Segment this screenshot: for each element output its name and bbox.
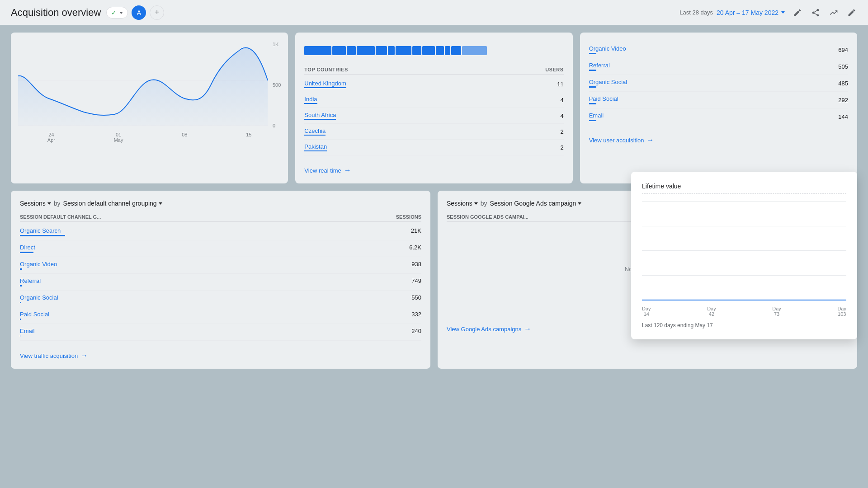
- sessions-row-info: Organic Search: [20, 227, 65, 236]
- channel-dot: [589, 103, 596, 104]
- share-icon[interactable]: [810, 7, 821, 18]
- channel-name[interactable]: Paid Social: [589, 95, 618, 102]
- channel-dot: [589, 120, 596, 121]
- country-value: 2: [560, 128, 563, 135]
- bar-segment: [347, 46, 356, 55]
- line-chart-svg: [18, 40, 281, 130]
- sessions-row-name[interactable]: Email: [20, 328, 35, 334]
- page-title: Acquisition overview: [11, 7, 101, 19]
- bar-segment: [396, 46, 411, 55]
- sessions-row-dot: [20, 285, 22, 286]
- channel-row: Organic Social 485: [589, 75, 848, 92]
- sessions-row-value: 938: [411, 261, 421, 270]
- sessions-row-name[interactable]: Organic Search: [20, 227, 65, 234]
- channel-row: Paid Social 292: [589, 92, 848, 108]
- bar-segment: [412, 46, 421, 55]
- header: Acquisition overview ✓ A + Last 28 days …: [0, 0, 868, 25]
- avatar[interactable]: A: [132, 5, 146, 20]
- ads-grouping-dropdown[interactable]: Session Google Ads campaign: [490, 200, 582, 207]
- sessions-row-name[interactable]: Referral: [20, 277, 41, 284]
- sessions-row-name[interactable]: Organic Video: [20, 261, 57, 267]
- chart-x-labels: 24 Apr 01 May 08 15: [18, 130, 281, 143]
- channel-dot: [589, 53, 596, 54]
- grouping-chevron-icon: [159, 202, 162, 205]
- countries-table-header: TOP COUNTRIES USERS: [304, 65, 563, 75]
- mini-bar-chart: [304, 42, 563, 60]
- bar-segment: [357, 46, 375, 55]
- view-realtime-link[interactable]: View real time →: [304, 163, 563, 174]
- bar-segment: [436, 46, 444, 55]
- country-name[interactable]: South Africa: [304, 112, 336, 120]
- view-traffic-acquisition-link[interactable]: View traffic acquisition →: [20, 348, 421, 360]
- x-label-1: 01 May: [114, 132, 123, 143]
- arrow-right-icon: →: [647, 136, 654, 144]
- channel-name[interactable]: Organic Social: [589, 79, 627, 85]
- edit-icon[interactable]: [792, 7, 803, 18]
- lifetime-x-label-2: Day 73: [772, 306, 781, 317]
- channel-name[interactable]: Organic Video: [589, 45, 626, 52]
- lifetime-value-overlay: Lifetime value Day 14 Day 42 Day 73 Day …: [631, 172, 857, 339]
- sessions-row-value: 6.2K: [409, 244, 421, 253]
- country-name[interactable]: Pakistan: [304, 143, 327, 151]
- countries-card: TOP COUNTRIES USERS United Kingdom 11 In…: [295, 33, 572, 183]
- pencil-icon[interactable]: [846, 7, 857, 18]
- channel-row: Email 144: [589, 108, 848, 125]
- country-name[interactable]: United Kingdom: [304, 80, 346, 88]
- lifetime-x-label-3: Day 103: [837, 306, 846, 317]
- sessions-row: Email 240: [20, 324, 421, 341]
- channel-row: Organic Video 694: [589, 42, 848, 58]
- status-badge[interactable]: ✓: [106, 7, 128, 19]
- sessions-channel-card: Sessions by Session default channel grou…: [11, 191, 430, 369]
- sessions-row-info: Direct: [20, 244, 35, 253]
- date-range-value[interactable]: 20 Apr – 17 May 2022: [717, 9, 785, 16]
- sessions-row-value: 550: [411, 294, 421, 303]
- date-chevron-icon: [781, 11, 785, 14]
- trending-icon[interactable]: [828, 7, 839, 18]
- sessions-col-header: SESSION DEFAULT CHANNEL G... SESSIONS: [20, 212, 421, 222]
- ads-grouping-chevron-icon: [578, 202, 581, 205]
- sessions-row-info: Organic Video: [20, 261, 57, 270]
- bar-segment: [462, 46, 487, 55]
- chevron-down-icon: [118, 9, 123, 16]
- channel-card: Organic Video 694 Referral 505 Organic S…: [580, 33, 857, 183]
- sessions-row-name[interactable]: Direct: [20, 244, 35, 251]
- lifetime-x-label-0: Day 14: [642, 306, 651, 317]
- sessions-row: Organic Video 938: [20, 257, 421, 274]
- sessions-table-body: Organic Search 21K Direct 6.2K Organic V…: [20, 224, 421, 341]
- sessions-row-value: 240: [411, 328, 421, 337]
- view-user-acquisition-link[interactable]: View user acquisition →: [589, 132, 848, 144]
- table-row: South Africa 4: [304, 108, 563, 124]
- lifetime-footnote: Last 120 days ending May 17: [642, 322, 846, 328]
- line-chart-card: 1K 500 0 24 Apr 01 May 08: [11, 33, 288, 183]
- ads-sessions-dropdown[interactable]: Sessions: [447, 200, 478, 207]
- channel-name[interactable]: Referral: [589, 62, 610, 69]
- channel-name[interactable]: Email: [589, 112, 604, 119]
- sessions-row-name[interactable]: Paid Social: [20, 311, 49, 318]
- channel-dot: [589, 70, 596, 71]
- sessions-row-dot: [20, 252, 33, 253]
- channel-value: 485: [838, 80, 848, 87]
- country-name[interactable]: Czechia: [304, 127, 326, 136]
- sessions-row-info: Email: [20, 328, 35, 337]
- arrow-right-icon: →: [344, 166, 351, 174]
- bar-segment: [445, 46, 450, 55]
- sessions-row-value: 21K: [411, 227, 421, 236]
- sessions-dropdown[interactable]: Sessions: [20, 200, 51, 207]
- grouping-dropdown[interactable]: Session default channel grouping: [63, 200, 162, 207]
- arrow-right-icon: →: [80, 352, 88, 360]
- channel-table-body: Organic Video 694 Referral 505 Organic S…: [589, 42, 848, 125]
- date-prefix: Last 28 days: [679, 9, 713, 16]
- table-row: Pakistan 2: [304, 140, 563, 155]
- bar-segment: [422, 46, 435, 55]
- channel-info: Referral: [589, 62, 610, 71]
- sessions-row: Referral 749: [20, 274, 421, 291]
- table-row: Czechia 2: [304, 124, 563, 140]
- sessions-row-name[interactable]: Organic Social: [20, 294, 58, 301]
- sessions-row-dot: [20, 319, 21, 320]
- country-name[interactable]: India: [304, 96, 317, 104]
- country-value: 11: [557, 81, 563, 88]
- chart-area: 1K 500 0: [18, 40, 281, 130]
- add-button[interactable]: +: [150, 5, 164, 20]
- grid-line: [642, 250, 846, 251]
- lifetime-x-labels: Day 14 Day 42 Day 73 Day 103: [642, 306, 846, 317]
